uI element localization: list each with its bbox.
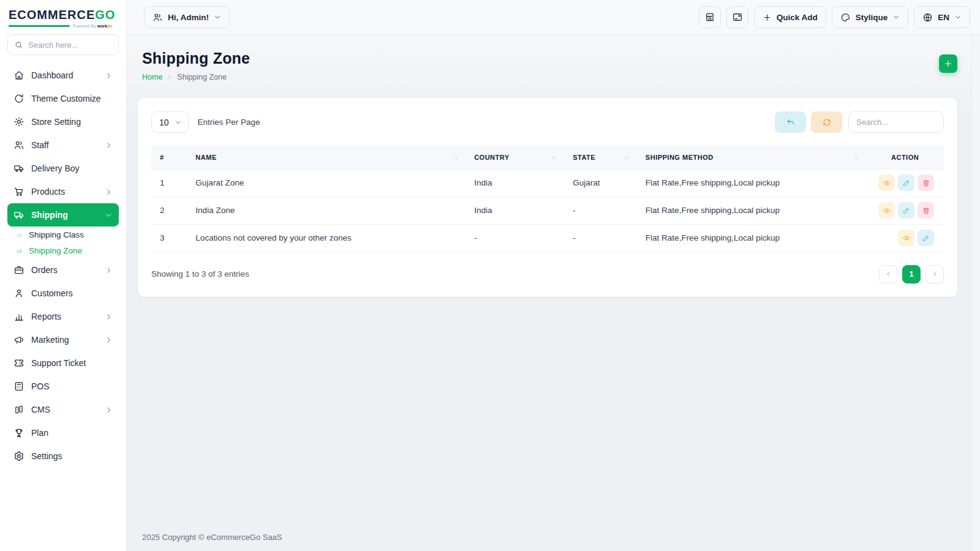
add-shipping-zone-button[interactable] xyxy=(939,54,957,73)
cell-num: 1 xyxy=(151,169,187,197)
delete-button[interactable] xyxy=(918,174,934,191)
sidebar-item-staff[interactable]: Staff xyxy=(7,133,119,157)
entries-summary: Showing 1 to 3 of 3 entries xyxy=(151,269,249,279)
sidebar-item-shipping[interactable]: Shipping xyxy=(7,203,119,227)
pencil-icon xyxy=(902,206,911,215)
sidebar-item-marketing[interactable]: Marketing xyxy=(7,328,119,351)
truck-icon xyxy=(13,209,24,220)
sidebar-item-label: Plan xyxy=(31,428,48,438)
delete-button[interactable] xyxy=(918,202,934,219)
sort-icon[interactable]: ↑↓ xyxy=(624,154,628,160)
entries-per-page-select[interactable]: 10 xyxy=(151,111,189,133)
cell-shipping-method: Flat Rate,Free shipping,Local pickup xyxy=(637,169,866,197)
quick-add-button[interactable]: Quick Add xyxy=(754,6,826,28)
trophy-icon xyxy=(13,427,24,438)
chevron-down-icon xyxy=(892,13,900,21)
pagination-next-button[interactable] xyxy=(925,265,944,283)
plus-icon xyxy=(763,13,772,22)
sidebar: ECOMMERCEGO Powered By workdo Dashboard … xyxy=(0,0,127,551)
chart-icon xyxy=(13,311,24,322)
sidebar-item-label: Products xyxy=(31,187,65,197)
circle-icon xyxy=(16,247,23,254)
refresh-button[interactable] xyxy=(811,111,842,133)
sidebar-item-label: Staff xyxy=(31,140,49,150)
sidebar-item-pos[interactable]: POS xyxy=(7,375,119,398)
sidebar-subitem-shipping-zone[interactable]: Shipping Zone xyxy=(7,242,119,258)
sidebar-item-dashboard[interactable]: Dashboard xyxy=(7,64,119,87)
chevron-right-icon xyxy=(167,74,173,80)
page-title: Shipping Zone xyxy=(142,50,250,67)
sidebar-nav: Dashboard Theme Customize Store Setting … xyxy=(0,59,126,473)
edit-button[interactable] xyxy=(898,174,914,191)
truck-icon xyxy=(13,163,24,174)
column-header-shipping-method[interactable]: SHIPPING METHOD↑↓ xyxy=(637,146,866,169)
breadcrumb-home-link[interactable]: Home xyxy=(142,73,162,81)
sidebar-item-support-ticket[interactable]: Support Ticket xyxy=(7,351,119,375)
chevron-right-icon xyxy=(105,72,113,80)
table-search-input[interactable] xyxy=(848,111,944,133)
sidebar-item-label: Customers xyxy=(31,288,73,298)
view-button[interactable] xyxy=(878,202,895,219)
language-switcher-button[interactable]: EN xyxy=(914,6,970,28)
column-header-name[interactable]: NAME↑↓ xyxy=(187,146,466,169)
sidebar-search-input[interactable] xyxy=(28,40,112,50)
sidebar-item-products[interactable]: Products xyxy=(7,180,119,203)
main-content: Shipping Zone Home Shipping Zone 10 Entr… xyxy=(127,35,971,551)
entries-value: 10 xyxy=(159,118,169,127)
cell-shipping-method: Flat Rate,Free shipping,Local pickup xyxy=(637,197,866,224)
theme-switcher-button[interactable]: Stylique xyxy=(832,6,909,28)
globe-icon xyxy=(922,12,933,23)
settings-icon xyxy=(13,451,24,462)
edit-button[interactable] xyxy=(898,202,914,219)
plus-icon xyxy=(943,59,953,69)
sidebar-item-label: Support Ticket xyxy=(31,358,86,368)
storefront-button[interactable] xyxy=(699,6,721,28)
sidebar-item-customers[interactable]: Customers xyxy=(7,282,119,305)
chevron-down-icon xyxy=(105,211,113,219)
sidebar-item-label: Delivery Boy xyxy=(31,163,80,173)
cell-num: 3 xyxy=(151,224,187,252)
column-header-country[interactable]: COUNTRY↑↓ xyxy=(466,146,564,169)
cell-country: - xyxy=(466,224,564,252)
card-button[interactable] xyxy=(726,6,748,28)
sidebar-item-reports[interactable]: Reports xyxy=(7,305,119,328)
pagination-page-1[interactable]: 1 xyxy=(902,265,921,283)
sidebar-item-theme-customize[interactable]: Theme Customize xyxy=(7,87,119,110)
sidebar-item-label: Dashboard xyxy=(31,70,74,80)
sidebar-item-label: Store Setting xyxy=(31,117,81,127)
sidebar-item-cms[interactable]: CMS xyxy=(7,398,119,421)
view-button[interactable] xyxy=(878,174,895,191)
scrollbar-track[interactable] xyxy=(971,35,980,551)
sidebar-item-store-setting[interactable]: Store Setting xyxy=(7,110,119,133)
user-menu-button[interactable]: Hi, Admin! xyxy=(144,6,230,28)
sidebar-item-label: Reports xyxy=(31,312,61,321)
eye-icon xyxy=(883,206,891,215)
megaphone-icon xyxy=(13,334,24,345)
rotate-icon xyxy=(13,93,24,104)
edit-button[interactable] xyxy=(918,230,934,246)
undo-button[interactable] xyxy=(775,111,806,133)
sort-icon[interactable]: ↑↓ xyxy=(453,154,458,160)
gear-icon xyxy=(13,116,24,127)
logo[interactable]: ECOMMERCEGO Powered By workdo xyxy=(0,0,126,28)
sidebar-item-label: Theme Customize xyxy=(31,94,101,103)
view-button[interactable] xyxy=(898,230,914,246)
breadcrumb: Home Shipping Zone xyxy=(142,73,250,81)
sidebar-item-label: Shipping xyxy=(31,210,68,220)
sidebar-subitem-shipping-class[interactable]: Shipping Class xyxy=(7,227,119,242)
sidebar-item-delivery-boy[interactable]: Delivery Boy xyxy=(7,157,119,180)
chevron-down-icon xyxy=(175,119,182,126)
pagination-prev-button[interactable] xyxy=(879,265,897,283)
sidebar-item-orders[interactable]: Orders xyxy=(7,258,119,282)
column-header-state[interactable]: STATE↑↓ xyxy=(564,146,637,169)
chevron-down-icon xyxy=(214,13,221,21)
sort-icon[interactable]: ↑↓ xyxy=(854,154,858,160)
users-icon xyxy=(13,140,24,151)
logo-underline xyxy=(9,25,70,27)
circle-icon xyxy=(16,231,23,238)
sort-icon[interactable]: ↑↓ xyxy=(552,154,556,160)
palette-icon xyxy=(840,12,851,23)
chevron-right-icon xyxy=(105,313,113,321)
sidebar-item-plan[interactable]: Plan xyxy=(7,421,119,444)
sidebar-item-settings[interactable]: Settings xyxy=(7,444,119,468)
